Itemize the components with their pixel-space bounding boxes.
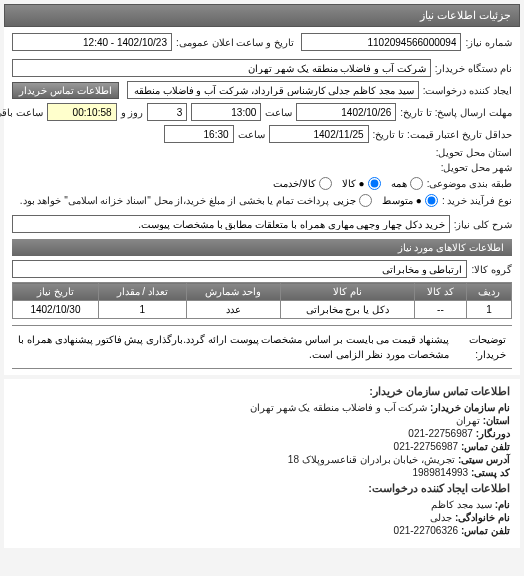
table-row[interactable]: 1 -- دکل یا برج مخابراتی عدد 1 1402/10/3… — [13, 301, 512, 319]
th-name: نام کالا — [280, 283, 414, 301]
goods-group-input[interactable] — [12, 260, 467, 278]
name-value: سید مجد کاظم — [431, 499, 492, 510]
th-row: ردیف — [466, 283, 511, 301]
buyer-contact-title: اطلاعات تماس سازمان خریدار: — [14, 385, 510, 398]
buyer-org-input[interactable] — [12, 59, 431, 77]
deadline-label: مهلت ارسال پاسخ: تا تاریخ: — [400, 107, 512, 118]
fax-label: دورنگار: — [476, 428, 510, 439]
state-label: استان محل تحویل: — [436, 147, 512, 158]
desc-label: شرح کلی نیاز: — [454, 219, 512, 230]
tel-label: تلفن تماس: — [461, 441, 510, 452]
postal-label: کد پستی: — [471, 467, 510, 478]
remain-suffix: ساعت باقی مانده — [0, 107, 43, 118]
note-text: پیشنهاد قیمت می بایست بر اساس مشخصات پیو… — [18, 332, 449, 362]
public-date-input[interactable] — [12, 33, 172, 51]
phone-label: تلفن تماس: — [461, 525, 510, 536]
creator-contact-title: اطلاعات ایجاد کننده درخواست: — [14, 482, 510, 495]
fax-value: 22756987-021 — [408, 428, 473, 439]
validity-date-input[interactable] — [269, 125, 369, 143]
family-label: نام خانوادگی: — [455, 512, 510, 523]
contact-button[interactable]: اطلاعات تماس خریدار — [12, 82, 119, 99]
buy-type-label: نوع فرآیند خرید : — [442, 195, 512, 206]
number-label: شماره نیاز: — [465, 37, 512, 48]
name-label: نام: — [495, 499, 510, 510]
days-suffix: روز و — [121, 107, 144, 118]
creator-input[interactable] — [127, 81, 419, 99]
validity-time-label: ساعت — [238, 129, 265, 140]
family-value: جدلی — [430, 512, 452, 523]
state-value: تهران — [456, 415, 480, 426]
radio-partial[interactable]: جزیی — [333, 194, 372, 207]
goods-table: ردیف کد کالا نام کالا واحد شمارش تعداد /… — [12, 282, 512, 319]
postal-value: 1989814993 — [412, 467, 468, 478]
buyer-org-label: نام دستگاه خریدار: — [435, 63, 512, 74]
days-count-input[interactable] — [147, 103, 187, 121]
org-label: نام سازمان خریدار: — [430, 402, 510, 413]
org-value: شرکت آب و فاضلاب منطقه یک شهر تهران — [250, 402, 427, 413]
validity-time-input[interactable] — [164, 125, 234, 143]
radio-goods[interactable]: ● کالا — [342, 177, 381, 190]
remain-time-input — [47, 103, 117, 121]
address-label: آدرس سیتی: — [458, 454, 510, 465]
number-input[interactable] — [301, 33, 461, 51]
th-code: کد کالا — [414, 283, 466, 301]
public-date-label: تاریخ و ساعت اعلان عمومی: — [176, 37, 294, 48]
radio-service[interactable]: کالا/خدمت — [273, 177, 332, 190]
goods-section-title: اطلاعات کالاهای مورد نیاز — [12, 239, 512, 256]
buyer-contact-panel: اطلاعات تماس سازمان خریدار: نام سازمان خ… — [4, 379, 520, 548]
th-unit: واحد شمارش — [186, 283, 280, 301]
note-label: توضیحات خریدار: — [449, 332, 506, 362]
radio-all[interactable]: همه — [391, 177, 423, 190]
panel-title: جزئیات اطلاعات نیاز — [4, 4, 520, 27]
packaging-label: طبقه بندی موضوعی: — [427, 178, 512, 189]
radio-medium[interactable]: ● متوسط — [382, 194, 438, 207]
deadline-date-input[interactable] — [296, 103, 396, 121]
address-value: تجریش، خیابان برادران قناعسروپلاک 18 — [288, 454, 455, 465]
state-label2: استان: — [483, 415, 510, 426]
tel-value: 22756987-021 — [394, 441, 459, 452]
medium-note: پرداخت تمام یا بخشی از مبلغ خرید،از محل … — [12, 195, 329, 206]
goods-group-label: گروه کالا: — [471, 264, 512, 275]
validity-label: حداقل تاریخ اعتبار قیمت: تا تاریخ: — [373, 129, 512, 140]
deadline-time-input[interactable] — [191, 103, 261, 121]
desc-input[interactable] — [12, 215, 450, 233]
creator-label: ایجاد کننده درخواست: — [423, 85, 512, 96]
phone-value: 22706326-021 — [394, 525, 459, 536]
th-date: تاریخ نیاز — [13, 283, 99, 301]
th-qty: تعداد / مقدار — [98, 283, 186, 301]
deadline-time-label: ساعت — [265, 107, 292, 118]
city-label: شهر محل تحویل: — [441, 162, 512, 173]
